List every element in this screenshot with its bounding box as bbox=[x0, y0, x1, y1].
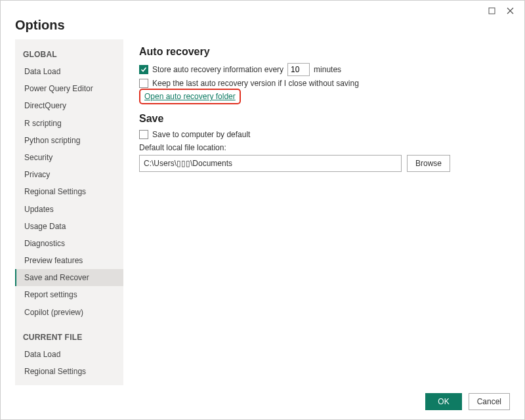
sidebar-item-global[interactable]: Regional Settings bbox=[15, 183, 123, 200]
sidebar-item-current[interactable]: Regional Settings bbox=[15, 363, 123, 380]
sidebar-item-global[interactable]: Updates bbox=[15, 201, 123, 218]
store-minutes-input[interactable] bbox=[287, 63, 310, 76]
keep-last-checkbox[interactable] bbox=[139, 79, 148, 88]
save-to-computer-checkbox[interactable] bbox=[139, 130, 148, 139]
close-icon[interactable] bbox=[501, 1, 519, 20]
auto-recovery-title: Auto recovery bbox=[139, 46, 510, 58]
open-folder-highlight: Open auto recovery folder bbox=[139, 89, 241, 104]
sidebar-header-global: GLOBAL bbox=[15, 45, 123, 63]
store-label-suffix: minutes bbox=[314, 65, 341, 74]
save-to-computer-label: Save to computer by default bbox=[152, 130, 250, 139]
sidebar-item-current[interactable]: Data Load bbox=[15, 346, 123, 363]
options-dialog: Options GLOBAL Data LoadPower Query Edit… bbox=[0, 0, 525, 420]
sidebar-item-current[interactable]: Privacy bbox=[15, 380, 123, 385]
sidebar-item-global[interactable]: R scripting bbox=[15, 115, 123, 132]
default-location-label: Default local file location: bbox=[139, 143, 510, 152]
store-auto-recovery-checkbox[interactable] bbox=[139, 65, 148, 74]
open-auto-recovery-folder-link[interactable]: Open auto recovery folder bbox=[144, 92, 236, 101]
sidebar-item-global[interactable]: Copilot (preview) bbox=[15, 304, 123, 321]
sidebar-item-global[interactable]: Report settings bbox=[15, 286, 123, 303]
sidebar-item-global[interactable]: Python scripting bbox=[15, 132, 123, 149]
svg-rect-0 bbox=[489, 8, 495, 14]
default-location-input[interactable] bbox=[139, 155, 402, 172]
maximize-icon[interactable] bbox=[482, 1, 501, 20]
dialog-footer: OK Cancel bbox=[1, 385, 524, 419]
sidebar-item-global[interactable]: Save and Recover bbox=[15, 269, 123, 286]
main-panel: Auto recovery Store auto recovery inform… bbox=[139, 39, 510, 385]
sidebar-item-global[interactable]: Preview features bbox=[15, 252, 123, 269]
sidebar-item-global[interactable]: Security bbox=[15, 149, 123, 166]
store-label-prefix: Store auto recovery information every bbox=[152, 65, 284, 74]
keep-last-row: Keep the last auto recovery version if I… bbox=[139, 79, 510, 88]
sidebar-item-global[interactable]: DirectQuery bbox=[15, 97, 123, 114]
browse-button[interactable]: Browse bbox=[407, 155, 450, 172]
save-to-computer-row: Save to computer by default bbox=[139, 130, 510, 139]
sidebar-item-global[interactable]: Power Query Editor bbox=[15, 80, 123, 97]
ok-button[interactable]: OK bbox=[425, 393, 461, 410]
sidebar: GLOBAL Data LoadPower Query EditorDirect… bbox=[15, 39, 123, 385]
sidebar-header-current-file: CURRENT FILE bbox=[15, 327, 123, 346]
sidebar-item-global[interactable]: Privacy bbox=[15, 166, 123, 183]
sidebar-item-global[interactable]: Usage Data bbox=[15, 218, 123, 235]
save-title: Save bbox=[139, 113, 510, 125]
sidebar-item-global[interactable]: Data Load bbox=[15, 63, 123, 80]
store-auto-recovery-row: Store auto recovery information every mi… bbox=[139, 63, 510, 76]
keep-last-label: Keep the last auto recovery version if I… bbox=[152, 79, 359, 88]
cancel-button[interactable]: Cancel bbox=[469, 393, 510, 410]
dialog-title: Options bbox=[1, 18, 524, 39]
sidebar-item-global[interactable]: Diagnostics bbox=[15, 235, 123, 252]
